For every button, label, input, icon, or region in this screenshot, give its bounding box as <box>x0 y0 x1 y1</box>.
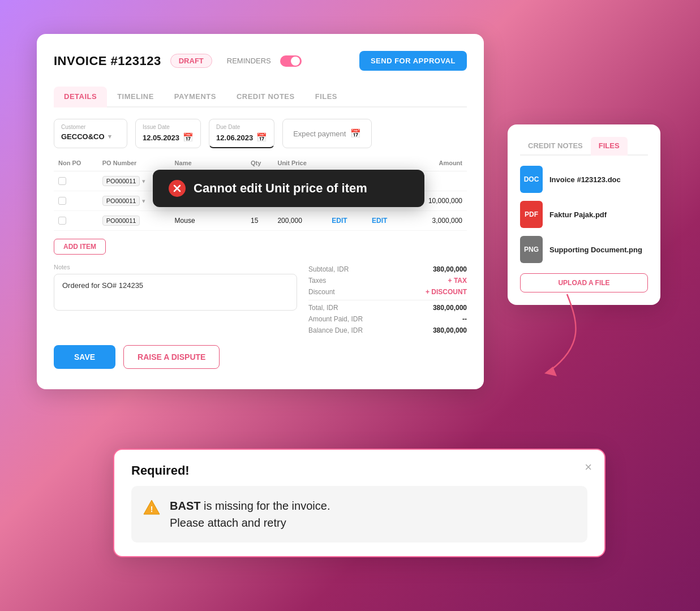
subtotal-value: 380,00,000 <box>433 265 467 273</box>
file-icon-png: PNG <box>520 236 543 263</box>
file-name-doc: Invoice #123123.doc <box>549 175 621 184</box>
balance-due-value: 380,00,000 <box>433 326 467 334</box>
tab-payments[interactable]: PAYMENTS <box>164 87 226 107</box>
subtotal-row: Subtotal, IDR 380,00,000 <box>308 264 467 275</box>
raise-dispute-button[interactable]: RAISE A DISPUTE <box>123 345 220 369</box>
due-date-field[interactable]: Due date 12.06.2023 📅 <box>209 119 274 148</box>
taxes-link[interactable]: + TAX <box>448 277 467 285</box>
required-title: Required! <box>131 463 587 478</box>
file-name-pdf: Faktur Pajak.pdf <box>549 210 607 219</box>
discount-label: Discount <box>308 288 335 296</box>
taxes-label: Taxes <box>308 277 326 285</box>
balance-due-row: Balance Due, IDR 380,00,000 <box>308 325 467 336</box>
notes-label: Notes <box>54 264 297 270</box>
row2-po-dropdown: ▾ <box>142 197 145 205</box>
row3-checkbox[interactable] <box>58 217 66 225</box>
invoice-card: INVOICE #123123 DRAFT REMINDERS SEND FOR… <box>37 34 484 389</box>
required-message-bold: BAST <box>170 500 200 512</box>
total-row: Total, IDR 380,00,000 <box>308 300 467 313</box>
tab-details[interactable]: DETAILS <box>54 87 107 107</box>
toast-message: Cannot edit Unit price of item <box>194 181 367 196</box>
toggle-switch[interactable] <box>280 55 302 67</box>
draft-badge: DRAFT <box>170 54 212 68</box>
svg-text:!: ! <box>151 505 153 514</box>
bottom-actions: SAVE RAISE A DISPUTE <box>54 345 467 369</box>
expect-payment-field[interactable]: Expect payment 📅 <box>282 119 372 148</box>
invoice-header: INVOICE #123123 DRAFT REMINDERS SEND FOR… <box>54 51 467 71</box>
toast-error-icon <box>169 180 186 197</box>
expect-payment-label: Expect payment <box>293 130 346 138</box>
file-icon-pdf: PDF <box>520 201 543 228</box>
invoice-form-row: Customer GECCO&CO ▾ Issue date 12.05.202… <box>54 119 467 148</box>
due-date-label: Due date <box>216 124 267 130</box>
row3-qty: 15 <box>246 211 273 231</box>
row3-po: PO000011 <box>102 216 166 226</box>
file-item-png: PNG Supporting Document.png <box>520 236 648 263</box>
upload-file-button[interactable]: UPLOAD A FILE <box>520 273 648 292</box>
issue-date-label: Issue date <box>143 124 194 130</box>
issue-date-value: 12.05.2023 <box>143 134 179 142</box>
add-item-button[interactable]: ADD ITEM <box>54 239 106 255</box>
row1-po-dropdown: ▾ <box>142 178 145 185</box>
required-close-button[interactable]: × <box>585 460 592 475</box>
file-name-png: Supporting Document.png <box>549 246 642 254</box>
discount-row: Discount + DISCOUNT <box>308 286 467 298</box>
row3-name: Mouse <box>170 211 246 231</box>
panel-tab-files[interactable]: FILES <box>591 137 628 156</box>
toast-notification: Cannot edit Unit price of item <box>153 170 424 207</box>
file-item-doc: DOC Invoice #123123.doc <box>520 166 648 193</box>
row1-checkbox[interactable] <box>58 177 66 185</box>
required-popup: Required! × ! BAST is missing for the in… <box>113 449 605 557</box>
customer-field[interactable]: Customer GECCO&CO ▾ <box>54 119 127 148</box>
row3-edit1[interactable]: EDIT <box>332 217 347 225</box>
invoice-title: INVOICE #123123 <box>54 54 161 68</box>
row3-edit2[interactable]: EDIT <box>372 217 387 225</box>
subtotal-label: Subtotal, IDR <box>308 265 349 273</box>
warning-icon: ! <box>143 498 161 517</box>
tab-timeline[interactable]: TIMELINE <box>107 87 164 107</box>
summary-section: Notes Ordered for SO# 124235 Subtotal, I… <box>54 264 467 336</box>
row2-checkbox[interactable] <box>58 197 66 205</box>
file-item-pdf: PDF Faktur Pajak.pdf <box>520 201 648 228</box>
col-nonpo: Non PO <box>54 160 98 171</box>
issue-date-calendar-icon: 📅 <box>183 132 194 143</box>
amount-paid-label: Amount Paid, IDR <box>308 315 363 323</box>
file-icon-doc: DOC <box>520 166 543 193</box>
due-date-calendar-icon: 📅 <box>256 132 267 143</box>
files-panel-tabs: CREDIT NOTES FILES <box>520 137 648 156</box>
issue-date-field[interactable]: Issue date 12.05.2023 📅 <box>135 119 201 148</box>
taxes-row: Taxes + TAX <box>308 275 467 286</box>
tab-credit-notes[interactable]: CREDIT NOTES <box>226 87 305 107</box>
due-date-value: 12.06.2023 <box>216 134 253 142</box>
row3-unitprice: 200,000 <box>273 211 327 231</box>
amount-paid-row: Amount Paid, IDR -- <box>308 313 467 325</box>
send-approval-button[interactable]: SEND FOR APPROVAL <box>359 51 467 71</box>
customer-value: GECCO&CO ▾ <box>61 132 120 141</box>
required-body: ! BAST is missing for the invoice.Please… <box>131 486 587 543</box>
invoice-summary: Subtotal, IDR 380,00,000 Taxes + TAX Dis… <box>308 264 467 336</box>
total-label: Total, IDR <box>308 304 338 312</box>
table-row: PO000011 Mouse 15 200,000 EDIT EDIT 3,00… <box>54 211 467 231</box>
expect-payment-calendar-icon: 📅 <box>350 128 361 139</box>
invoice-tabs: DETAILS TIMELINE PAYMENTS CREDIT NOTES F… <box>54 87 467 107</box>
row3-amount: 3,000,000 <box>407 211 467 231</box>
notes-input[interactable]: Ordered for SO# 124235 <box>54 274 297 311</box>
amount-paid-value: -- <box>462 315 467 323</box>
customer-label: Customer <box>61 124 120 130</box>
balance-due-label: Balance Due, IDR <box>308 326 363 334</box>
reminders-toggle[interactable] <box>280 55 302 67</box>
customer-dropdown-icon: ▾ <box>108 133 111 140</box>
save-button[interactable]: SAVE <box>54 345 115 369</box>
panel-tab-credit-notes[interactable]: CREDIT NOTES <box>520 137 591 156</box>
tab-files[interactable]: FILES <box>305 87 347 107</box>
svg-marker-2 <box>544 367 557 376</box>
total-value: 380,00,000 <box>433 304 467 312</box>
files-panel: CREDIT NOTES FILES DOC Invoice #123123.d… <box>508 124 660 305</box>
required-message: BAST is missing for the invoice.Please a… <box>170 497 330 531</box>
notes-section: Notes Ordered for SO# 124235 <box>54 264 297 336</box>
discount-link[interactable]: + DISCOUNT <box>426 288 467 296</box>
reminders-label: REMINDERS <box>227 57 271 65</box>
